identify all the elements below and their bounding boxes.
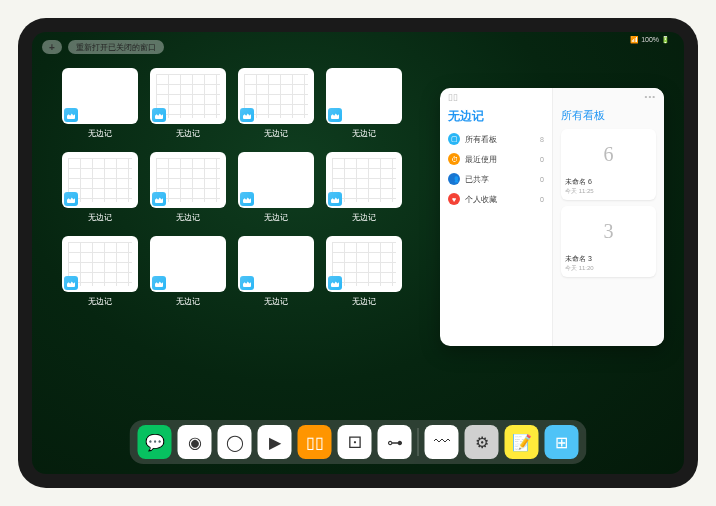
board-item[interactable]: 6未命名 6今天 11:25 bbox=[561, 129, 656, 200]
books-icon[interactable]: ▯▯ bbox=[298, 425, 332, 459]
window-label: 无边记 bbox=[176, 296, 200, 307]
window-label: 无边记 bbox=[176, 212, 200, 223]
dock-separator bbox=[418, 428, 419, 456]
sidebar-item[interactable]: ⏱最近使用0 bbox=[448, 153, 544, 165]
window-card[interactable]: 无边记 bbox=[62, 68, 138, 146]
panel-title: 无边记 bbox=[448, 108, 544, 125]
window-thumbnail[interactable] bbox=[326, 68, 402, 124]
window-thumbnail[interactable] bbox=[238, 68, 314, 124]
app-badge-icon bbox=[240, 276, 254, 290]
board-timestamp: 今天 11:20 bbox=[565, 264, 652, 273]
app-badge-icon bbox=[328, 192, 342, 206]
window-label: 无边记 bbox=[88, 128, 112, 139]
sidebar-item-count: 0 bbox=[540, 176, 544, 183]
window-label: 无边记 bbox=[352, 128, 376, 139]
window-card[interactable]: 无边记 bbox=[238, 68, 314, 146]
window-card[interactable]: 无边记 bbox=[150, 68, 226, 146]
window-label: 无边记 bbox=[176, 128, 200, 139]
window-label: 无边记 bbox=[352, 212, 376, 223]
panel-right-title: 所有看板 bbox=[561, 108, 656, 123]
sidebar-item-count: 0 bbox=[540, 196, 544, 203]
window-label: 无边记 bbox=[264, 128, 288, 139]
app-badge-icon bbox=[152, 192, 166, 206]
app-badge-icon bbox=[240, 192, 254, 206]
window-card[interactable]: 无边记 bbox=[326, 68, 402, 146]
notes-icon[interactable]: 📝 bbox=[505, 425, 539, 459]
apps-icon[interactable]: ⊞ bbox=[545, 425, 579, 459]
connect-icon[interactable]: ⊶ bbox=[378, 425, 412, 459]
app-badge-icon bbox=[328, 276, 342, 290]
window-thumbnail[interactable] bbox=[238, 152, 314, 208]
sidebar-item[interactable]: ♥个人收藏0 bbox=[448, 193, 544, 205]
app-badge-icon bbox=[328, 108, 342, 122]
app-badge-icon bbox=[64, 276, 78, 290]
window-thumbnail[interactable] bbox=[62, 68, 138, 124]
window-thumbnail[interactable] bbox=[62, 152, 138, 208]
window-thumbnail[interactable] bbox=[238, 236, 314, 292]
sidebar-item-count: 8 bbox=[540, 136, 544, 143]
window-thumbnail[interactable] bbox=[326, 152, 402, 208]
reopen-closed-window-button[interactable]: 重新打开已关闭的窗口 bbox=[68, 40, 164, 54]
sidebar-item-label: 已共享 bbox=[465, 174, 489, 185]
board-item[interactable]: 3未命名 3今天 11:20 bbox=[561, 206, 656, 277]
window-card[interactable]: 无边记 bbox=[326, 152, 402, 230]
window-label: 无边记 bbox=[264, 296, 288, 307]
window-card[interactable]: 无边记 bbox=[62, 236, 138, 314]
board-timestamp: 今天 11:25 bbox=[565, 187, 652, 196]
settings-icon[interactable]: ⚙ bbox=[465, 425, 499, 459]
qqbrowser-icon[interactable]: ◯ bbox=[218, 425, 252, 459]
app-badge-icon bbox=[64, 108, 78, 122]
panel-left: 无边记 ▢所有看板8⏱最近使用0👥已共享0♥个人收藏0 bbox=[440, 88, 552, 346]
board-thumbnail: 6 bbox=[565, 133, 652, 175]
sidebar-item-count: 0 bbox=[540, 156, 544, 163]
window-label: 无边记 bbox=[88, 296, 112, 307]
sidebar-item-icon: ⏱ bbox=[448, 153, 460, 165]
window-thumbnail[interactable] bbox=[62, 236, 138, 292]
window-label: 无边记 bbox=[264, 212, 288, 223]
ipad-frame: 📶 100% 🔋 + 重新打开已关闭的窗口 无边记无边记无边记无边记无边记无边记… bbox=[18, 18, 698, 488]
sidebar-item-label: 个人收藏 bbox=[465, 194, 497, 205]
window-thumbnail[interactable] bbox=[326, 236, 402, 292]
app-badge-icon bbox=[240, 108, 254, 122]
sidebar-item-label: 所有看板 bbox=[465, 134, 497, 145]
dock: 💬◉◯▶▯▯⚀⊶〰⚙📝⊞ bbox=[130, 420, 587, 464]
dice-icon[interactable]: ⚀ bbox=[338, 425, 372, 459]
sidebar-item-label: 最近使用 bbox=[465, 154, 497, 165]
more-icon[interactable]: ••• bbox=[645, 92, 656, 101]
sidebar-item-icon: ♥ bbox=[448, 193, 460, 205]
new-window-button[interactable]: + bbox=[42, 40, 62, 54]
panel-right: 所有看板 6未命名 6今天 11:253未命名 3今天 11:20 bbox=[552, 88, 664, 346]
app-badge-icon bbox=[152, 276, 166, 290]
window-grid: 无边记无边记无边记无边记无边记无边记无边记无边记无边记无边记无边记无边记 bbox=[62, 68, 402, 314]
window-card[interactable]: 无边记 bbox=[150, 236, 226, 314]
app-badge-icon bbox=[152, 108, 166, 122]
sidebar-item-icon: ▢ bbox=[448, 133, 460, 145]
play-icon[interactable]: ▶ bbox=[258, 425, 292, 459]
app-badge-icon bbox=[64, 192, 78, 206]
window-card[interactable]: 无边记 bbox=[238, 236, 314, 314]
board-name: 未命名 3 bbox=[565, 254, 652, 264]
board-thumbnail: 3 bbox=[565, 210, 652, 252]
window-thumbnail[interactable] bbox=[150, 152, 226, 208]
window-label: 无边记 bbox=[88, 212, 112, 223]
window-card[interactable]: 无边记 bbox=[326, 236, 402, 314]
sidebar-toggle-icon[interactable]: ▯▯ bbox=[448, 92, 458, 102]
quark-icon[interactable]: ◉ bbox=[178, 425, 212, 459]
freeform-popup[interactable]: ▯▯ ••• 无边记 ▢所有看板8⏱最近使用0👥已共享0♥个人收藏0 所有看板 … bbox=[440, 88, 664, 346]
screen: 📶 100% 🔋 + 重新打开已关闭的窗口 无边记无边记无边记无边记无边记无边记… bbox=[32, 32, 684, 474]
window-card[interactable]: 无边记 bbox=[62, 152, 138, 230]
window-thumbnail[interactable] bbox=[150, 68, 226, 124]
sidebar-item-icon: 👥 bbox=[448, 173, 460, 185]
wechat-icon[interactable]: 💬 bbox=[138, 425, 172, 459]
window-thumbnail[interactable] bbox=[150, 236, 226, 292]
status-bar: 📶 100% 🔋 bbox=[630, 36, 670, 44]
sidebar-item[interactable]: ▢所有看板8 bbox=[448, 133, 544, 145]
top-controls: + 重新打开已关闭的窗口 bbox=[42, 40, 164, 54]
sidebar-item[interactable]: 👥已共享0 bbox=[448, 173, 544, 185]
window-card[interactable]: 无边记 bbox=[150, 152, 226, 230]
window-card[interactable]: 无边记 bbox=[238, 152, 314, 230]
window-label: 无边记 bbox=[352, 296, 376, 307]
board-name: 未命名 6 bbox=[565, 177, 652, 187]
freeform-icon[interactable]: 〰 bbox=[425, 425, 459, 459]
